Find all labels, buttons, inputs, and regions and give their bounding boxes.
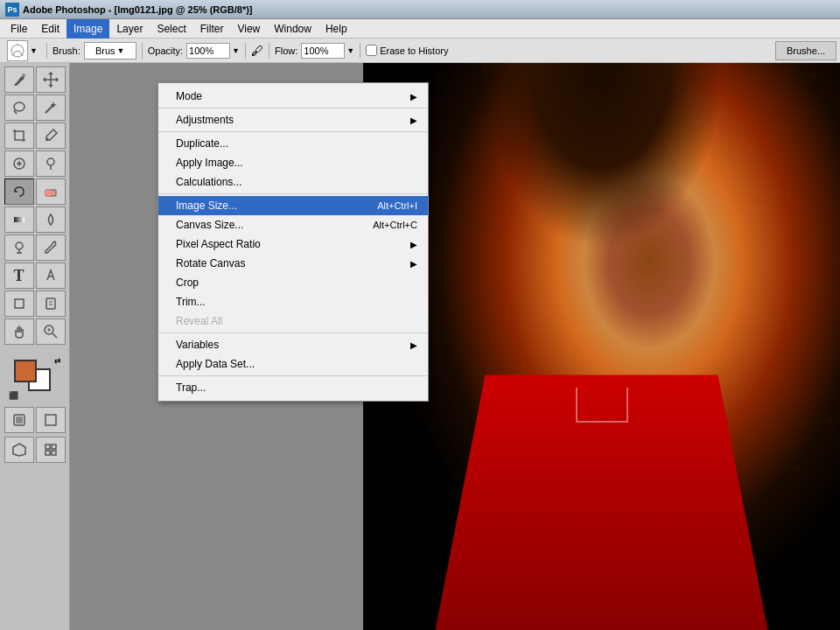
svg-rect-12 xyxy=(46,190,51,196)
clone-stamp-icon[interactable] xyxy=(36,150,66,177)
svg-point-5 xyxy=(46,138,48,141)
tool-row-1 xyxy=(2,66,67,93)
opacity-label: Opacity: xyxy=(148,46,183,56)
foreground-color-swatch[interactable] xyxy=(14,360,37,382)
svg-rect-17 xyxy=(15,299,24,308)
tool-row-8: T xyxy=(2,262,67,289)
shape-tool-icon[interactable] xyxy=(4,290,34,317)
toolbox: T ⇄ xyxy=(0,63,70,630)
default-colors-icon[interactable]: ⬛ xyxy=(9,391,18,400)
quick-mask-icon[interactable] xyxy=(4,407,34,433)
erase-history-checkbox[interactable] xyxy=(366,45,377,56)
flow-input[interactable] xyxy=(301,43,345,59)
tool-row-10 xyxy=(2,318,67,345)
title-bar: Ps Adobe Photoshop - [Img0121.jpg @ 25% … xyxy=(0,0,840,19)
flow-label: Flow: xyxy=(275,46,298,56)
photo-canvas xyxy=(363,63,840,630)
shirt-area xyxy=(436,374,768,630)
flow-group: ▼ xyxy=(301,43,354,59)
menu-image[interactable]: Image xyxy=(66,19,109,38)
text-tool-icon[interactable]: T xyxy=(4,262,34,289)
zoom-tool-icon[interactable] xyxy=(36,318,66,345)
tool-row-4 xyxy=(2,150,67,177)
tool-row-9 xyxy=(2,290,67,317)
airbrush-icon[interactable]: 🖋 xyxy=(251,44,263,58)
3d-tool-icon[interactable] xyxy=(4,437,34,463)
hand-tool-icon[interactable] xyxy=(4,318,34,345)
canvas-area: Mode ▶ Adjustments ▶ Duplicate... xyxy=(70,63,840,630)
svg-line-22 xyxy=(52,333,57,338)
blur-tool-icon[interactable] xyxy=(36,206,66,233)
dodge-tool-icon[interactable] xyxy=(4,234,34,261)
menu-window[interactable]: Window xyxy=(267,19,318,38)
collar-detail xyxy=(576,388,628,423)
brush-settings-button[interactable]: Brushe... xyxy=(775,41,836,60)
title-text: Adobe Photoshop - [Img0121.jpg @ 25% (RG… xyxy=(23,4,253,15)
opacity-group: ▼ xyxy=(186,43,240,59)
svg-line-4 xyxy=(46,105,53,113)
brush-preview-icon xyxy=(7,40,28,61)
svg-point-1 xyxy=(22,74,25,77)
svg-rect-31 xyxy=(46,451,50,455)
erase-history-text: Erase to History xyxy=(380,46,448,56)
move-tool-icon[interactable] xyxy=(36,66,66,93)
menu-file[interactable]: File xyxy=(4,19,34,38)
svg-rect-26 xyxy=(16,416,23,424)
erase-history-toggle[interactable]: Erase to History xyxy=(366,45,448,56)
menu-filter[interactable]: Filter xyxy=(193,19,231,38)
svg-point-14 xyxy=(16,242,23,249)
svg-marker-28 xyxy=(13,444,25,456)
quick-mask-row xyxy=(2,407,67,433)
svg-point-2 xyxy=(14,102,24,111)
svg-rect-32 xyxy=(52,451,56,455)
lasso-tool-icon[interactable] xyxy=(4,94,34,121)
toolbar-separator-4 xyxy=(269,43,270,59)
svg-rect-30 xyxy=(52,444,56,449)
menu-edit[interactable]: Edit xyxy=(34,19,66,38)
toolbar-separator-1 xyxy=(46,43,47,59)
opacity-arrow[interactable]: ▼ xyxy=(232,46,240,55)
view-tool-icon[interactable] xyxy=(36,437,66,463)
magic-wand-icon[interactable] xyxy=(36,94,66,121)
swap-colors-icon[interactable]: ⇄ xyxy=(54,356,61,365)
hair-overlay xyxy=(381,63,822,374)
toolbar: ▼ Brush: Brus ▼ Opacity: ▼ 🖋 Flow: ▼ Era… xyxy=(0,38,840,63)
main-area: T ⇄ xyxy=(0,63,840,630)
eyedropper-icon[interactable] xyxy=(36,122,66,149)
brush-size-dropdown[interactable]: ▼ xyxy=(4,41,41,60)
tool-row-2 xyxy=(2,94,67,121)
healing-brush-icon[interactable] xyxy=(4,150,34,177)
svg-rect-18 xyxy=(46,298,55,309)
menu-help[interactable]: Help xyxy=(318,19,354,38)
tool-row-3 xyxy=(2,122,67,149)
menu-bar: File Edit Image Layer Select Filter View… xyxy=(0,19,840,38)
tool-row-5 xyxy=(2,178,67,205)
brush-tool-icon[interactable] xyxy=(4,66,34,93)
gradient-tool-icon[interactable] xyxy=(4,206,34,233)
svg-point-9 xyxy=(47,158,54,165)
eraser-icon[interactable] xyxy=(36,178,66,205)
menu-layer[interactable]: Layer xyxy=(109,19,150,38)
flow-arrow[interactable]: ▼ xyxy=(346,46,354,55)
svg-rect-29 xyxy=(46,444,50,449)
crop-tool-icon[interactable] xyxy=(4,122,34,149)
svg-rect-13 xyxy=(14,217,24,222)
toolbar-separator-5 xyxy=(360,43,360,59)
photoshop-icon: Ps xyxy=(5,3,19,17)
brush-mode-dropdown[interactable]: Brus ▼ xyxy=(84,42,136,60)
brush-label: Brush: xyxy=(52,46,80,56)
svg-rect-27 xyxy=(46,415,56,425)
tool-row-6 xyxy=(2,206,67,233)
opacity-input[interactable] xyxy=(186,43,230,59)
color-swatches: ⇄ ⬛ xyxy=(2,354,67,402)
notes-icon[interactable] xyxy=(36,290,66,317)
screen-mode-icon[interactable] xyxy=(36,407,66,433)
history-brush-icon[interactable] xyxy=(4,178,34,205)
toolbar-separator-3 xyxy=(245,43,246,59)
path-select-icon[interactable] xyxy=(36,262,66,289)
tool-row-7 xyxy=(2,234,67,261)
pen-tool-icon[interactable] xyxy=(36,234,66,261)
menu-view[interactable]: View xyxy=(230,19,267,38)
extra-tools-row xyxy=(2,437,67,463)
menu-select[interactable]: Select xyxy=(150,19,192,38)
